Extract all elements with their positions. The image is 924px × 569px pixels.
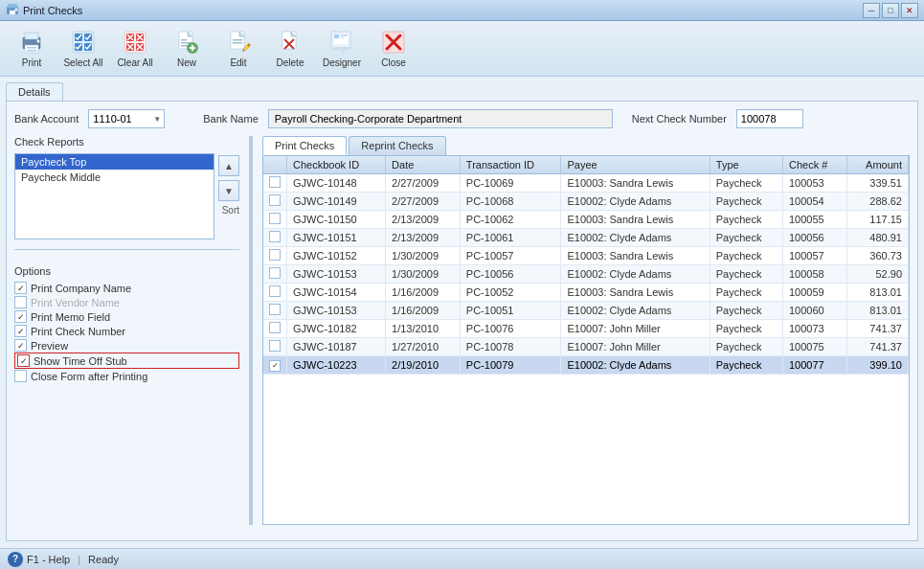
clear-all-icon [122,29,148,56]
tab-print-checks[interactable]: Print Checks [262,136,347,155]
title-bar: Print Checks ─ □ ✕ [0,0,924,21]
edit-label: Edit [230,57,246,68]
checks-table-container: Checkbook ID Date Transaction ID Payee T… [262,155,910,525]
new-label: New [177,57,196,68]
print-company-name-checkbox[interactable] [14,282,27,294]
row-checkbox-cell[interactable] [263,193,287,211]
svg-rect-5 [25,33,38,39]
row-checkbox[interactable] [269,322,281,333]
table-row[interactable]: GJWC-10154 1/16/2009 PC-10052 E10003: Sa… [263,284,909,302]
row-checkbox[interactable] [269,285,281,297]
tab-reprint-checks[interactable]: Reprint Checks [349,136,445,155]
options-list: Print Company Name Print Vendor Name Pri… [14,281,239,383]
row-type: Paycheck [710,247,782,265]
close-window-button[interactable]: ✕ [901,3,918,18]
row-checkbox[interactable] [269,340,281,352]
row-checkbox-cell[interactable] [263,174,287,193]
checks-table: Checkbook ID Date Transaction ID Payee T… [263,156,909,375]
table-row[interactable]: GJWC-10153 1/30/2009 PC-10056 E10002: Cl… [263,265,909,284]
row-amount: 480.91 [847,229,909,247]
row-checkbox[interactable] [269,360,281,372]
row-payee: E10002: Clyde Adams [561,229,710,247]
svg-rect-8 [27,50,36,52]
row-checkbox[interactable] [269,231,281,242]
row-type: Paycheck [710,174,782,193]
select-all-button[interactable]: Select All [59,25,107,73]
left-panel: Check Reports Paycheck Top Paycheck Midd… [14,136,239,525]
designer-button[interactable]: Designer [318,25,366,73]
row-checkbox-cell[interactable] [263,229,287,247]
bank-account-input[interactable] [88,109,165,128]
close-toolbar-button[interactable]: Close [370,25,417,73]
row-checkbox[interactable] [269,176,281,188]
print-memo-field-checkbox[interactable] [14,310,27,323]
sort-down-button[interactable]: ▼ [218,180,239,201]
print-vendor-name-checkbox[interactable] [14,296,27,308]
row-checkbox[interactable] [269,267,281,279]
table-row[interactable]: GJWC-10152 1/30/2009 PC-10057 E10003: Sa… [263,247,909,265]
row-checkbox-cell[interactable] [263,211,287,229]
row-checkbox-cell[interactable] [263,338,287,356]
row-type: Paycheck [710,284,782,302]
sort-up-button[interactable]: ▲ [218,155,239,176]
table-row[interactable]: GJWC-10150 2/13/2009 PC-10062 E10003: Sa… [263,211,909,229]
row-checkbox[interactable] [269,304,281,315]
svg-rect-2 [10,11,15,14]
table-row[interactable]: GJWC-10187 1/27/2010 PC-10078 E10007: Jo… [263,338,909,356]
row-checkbook-id: GJWC-10149 [287,193,386,211]
close-form-checkbox[interactable] [14,370,27,382]
row-amount: 741.37 [847,338,909,356]
row-checkbox-cell[interactable] [263,320,287,338]
table-row[interactable]: GJWC-10223 2/19/2010 PC-10079 E10002: Cl… [263,356,909,375]
row-amount: 339.51 [847,174,909,193]
row-checkbox-cell[interactable] [263,265,287,284]
table-row[interactable]: GJWC-10148 2/27/2009 PC-10069 E10003: Sa… [263,174,909,193]
tab-details[interactable]: Details [6,82,63,101]
table-row[interactable]: GJWC-10182 1/13/2010 PC-10076 E10007: Jo… [263,320,909,338]
table-row[interactable]: GJWC-10149 2/27/2009 PC-10068 E10002: Cl… [263,193,909,211]
delete-button[interactable]: Delete [266,25,314,73]
row-checkbox[interactable] [269,249,281,261]
status-text: Ready [88,554,119,565]
new-button[interactable]: New [163,25,211,73]
maximize-button[interactable]: □ [882,3,899,18]
preview-checkbox[interactable] [14,339,27,352]
row-date: 1/16/2009 [386,302,461,320]
row-transaction-id: PC-10062 [460,211,561,229]
row-checkbook-id: GJWC-10150 [287,211,386,229]
col-type: Type [710,156,782,174]
svg-rect-26 [233,39,242,41]
row-checkbox-cell[interactable] [263,284,287,302]
row-transaction-id: PC-10068 [460,193,561,211]
svg-rect-34 [333,47,350,49]
bank-account-row: Bank Account Bank Name Next Check Number [14,109,910,128]
table-row[interactable]: GJWC-10151 2/13/2009 PC-10061 E10002: Cl… [263,229,909,247]
select-all-label: Select All [63,57,102,68]
clear-all-button[interactable]: Clear All [111,25,159,73]
row-checkbook-id: GJWC-10154 [287,284,386,302]
row-date: 1/30/2009 [386,265,461,284]
bank-account-select-wrapper [88,109,165,128]
table-row[interactable]: GJWC-10153 1/16/2009 PC-10051 E10002: Cl… [263,302,909,320]
print-label: Print [22,57,42,68]
row-payee: E10003: Sandra Lewis [561,174,710,193]
edit-button[interactable]: Edit [214,25,262,73]
row-amount: 288.62 [847,193,909,211]
row-checkbox-cell[interactable] [263,247,287,265]
svg-point-3 [15,8,18,11]
next-check-input[interactable] [736,109,803,128]
row-payee: E10002: Clyde Adams [561,302,710,320]
row-checkbox-cell[interactable] [263,356,287,375]
help-label: F1 - Help [27,554,70,565]
row-checkbox[interactable] [269,213,281,224]
minimize-button[interactable]: ─ [863,3,880,18]
svg-rect-31 [334,34,339,38]
print-button[interactable]: Print [8,25,56,73]
row-checkbox[interactable] [269,194,281,206]
report-item-paycheck-top[interactable]: Paycheck Top [15,154,214,170]
col-amount: Amount [847,156,909,174]
row-checkbox-cell[interactable] [263,302,287,320]
show-time-off-stub-checkbox[interactable] [17,354,30,367]
report-item-paycheck-middle[interactable]: Paycheck Middle [15,170,214,185]
print-check-number-checkbox[interactable] [14,325,27,337]
